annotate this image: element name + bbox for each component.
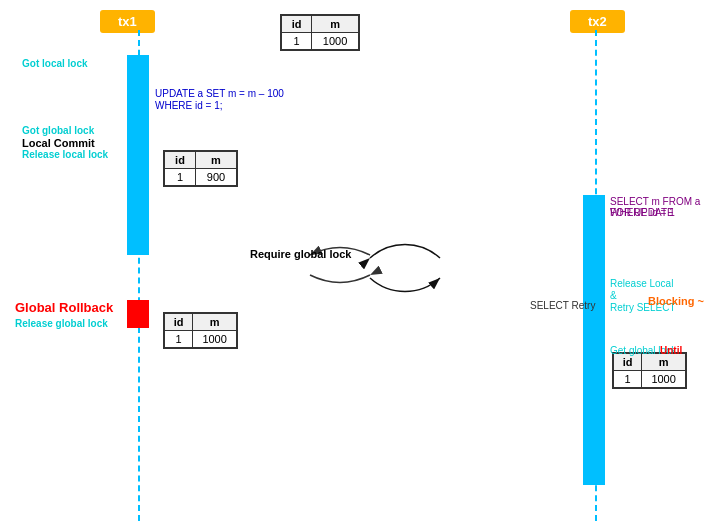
center-table-header-m: m	[312, 16, 359, 33]
got-global-lock-label: Got global lock	[22, 125, 94, 136]
tx1-table2-m-val: 1000	[193, 331, 237, 348]
tx1-table2: id m 1 1000	[163, 312, 238, 349]
global-rollback-label: Global Rollback	[15, 300, 113, 315]
center-table-id-val: 1	[282, 33, 312, 50]
require-global-lock-label: Require global lock	[250, 248, 351, 260]
release-global-label: Release global lock	[15, 318, 108, 329]
center-table-m-val: 1000	[312, 33, 359, 50]
blocking-label: Blocking ~	[648, 295, 704, 307]
tx1-label: tx1	[100, 10, 155, 33]
arrows-svg	[0, 0, 724, 521]
center-table: id m 1 1000	[280, 14, 360, 51]
tx1-table1-m-val: 900	[196, 169, 237, 186]
tx2-table-header-id: id	[614, 354, 642, 371]
tx1-table2-id-val: 1	[165, 331, 193, 348]
tx1-rollback-bar	[127, 300, 149, 328]
tx1-table1: id m 1 900	[163, 150, 238, 187]
tx1-table2-header-id: id	[165, 314, 193, 331]
until-label: Until	[660, 345, 682, 356]
release-local-retry-label: Release Local	[610, 277, 673, 291]
select-retry-label: SELECT Retry	[530, 300, 595, 311]
tx2-label: tx2	[570, 10, 625, 33]
and-label: &	[610, 290, 617, 301]
tx1-activity-bar	[127, 55, 149, 255]
where-sql-label: WHERE id = 1;	[155, 100, 223, 111]
tx2-table-header-m: m	[642, 354, 686, 371]
for-update-label: FOR UPDATE	[610, 207, 674, 218]
release-local-label: Release local lock	[22, 149, 108, 160]
diagram: tx1 tx2 id m 1 1000 id m	[0, 0, 724, 521]
got-local-lock-label: Got local lock	[22, 58, 88, 69]
local-commit-label: Local Commit	[22, 137, 95, 149]
tx2-table-id-val: 1	[614, 371, 642, 388]
tx2-table-m-val: 1000	[642, 371, 686, 388]
tx1-table2-header-m: m	[193, 314, 237, 331]
tx2-activity-bar	[583, 195, 605, 485]
update-sql-label: UPDATE a SET m = m – 100	[155, 88, 284, 99]
tx1-table1-header-id: id	[165, 152, 196, 169]
center-table-header-id: id	[282, 16, 312, 33]
tx1-table1-header-m: m	[196, 152, 237, 169]
tx2-table: id m 1 1000	[612, 352, 687, 389]
tx1-table1-id-val: 1	[165, 169, 196, 186]
